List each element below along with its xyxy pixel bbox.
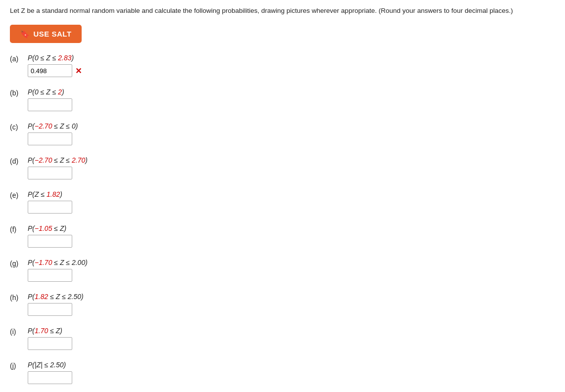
red-value-b: 2 xyxy=(58,88,62,96)
problem-content-h: P(1.82 ≤ Z ≤ 2.50) xyxy=(28,293,84,316)
problem-item-i: (i) P(1.70 ≤ Z) xyxy=(10,327,555,350)
answer-input-c[interactable] xyxy=(28,132,72,145)
problem-item-c: (c) P(−2.70 ≤ Z ≤ 0) xyxy=(10,122,555,145)
red-value-e: 1.82 xyxy=(47,190,60,198)
use-salt-button[interactable]: 🔖 USE SALT xyxy=(10,25,82,43)
red-value-f: −1.05 xyxy=(35,224,52,232)
problem-label-b: (b) xyxy=(10,88,24,97)
answer-input-e[interactable] xyxy=(28,201,72,214)
problem-expr-h: P(1.82 ≤ Z ≤ 2.50) xyxy=(28,293,84,301)
red-value-g: −1.70 xyxy=(35,259,52,266)
problem-item-a: (a) P(0 ≤ Z ≤ 2.83) ✕ xyxy=(10,54,555,77)
problem-item-b: (b) P(0 ≤ Z ≤ 2) xyxy=(10,88,555,111)
red-value-a: 2.83 xyxy=(58,54,71,62)
problem-expr-b: P(0 ≤ Z ≤ 2) xyxy=(28,88,72,96)
problem-item-e: (e) P(Z ≤ 1.82) xyxy=(10,190,555,214)
problem-label-f: (f) xyxy=(10,224,24,233)
problem-item-d: (d) P(−2.70 ≤ Z ≤ 2.70) xyxy=(10,156,555,179)
red-value-i: 1.70 xyxy=(35,327,48,335)
problem-label-c: (c) xyxy=(10,122,24,131)
problem-expr-d: P(−2.70 ≤ Z ≤ 2.70) xyxy=(28,156,88,164)
problem-content-g: P(−1.70 ≤ Z ≤ 2.00) xyxy=(28,259,88,282)
red-value-c: −2.70 xyxy=(35,122,52,130)
red-value-h: 1.82 xyxy=(35,293,48,301)
problem-item-h: (h) P(1.82 ≤ Z ≤ 2.50) xyxy=(10,293,555,316)
problem-expr-e: P(Z ≤ 1.82) xyxy=(28,190,72,198)
input-row-h xyxy=(28,303,84,316)
problem-label-i: (i) xyxy=(10,327,24,336)
problem-content-b: P(0 ≤ Z ≤ 2) xyxy=(28,88,72,111)
problem-content-c: P(−2.70 ≤ Z ≤ 0) xyxy=(28,122,78,145)
problem-list: (a) P(0 ≤ Z ≤ 2.83) ✕ (b) P(0 ≤ Z ≤ 2) (… xyxy=(10,54,555,384)
problem-label-e: (e) xyxy=(10,190,24,199)
answer-input-i[interactable] xyxy=(28,337,72,350)
problem-content-f: P(−1.05 ≤ Z) xyxy=(28,224,72,248)
answer-input-j[interactable] xyxy=(28,371,72,384)
problem-item-g: (g) P(−1.70 ≤ Z ≤ 2.00) xyxy=(10,259,555,282)
answer-input-f[interactable] xyxy=(28,235,72,248)
problem-expr-a: P(0 ≤ Z ≤ 2.83) xyxy=(28,54,82,62)
input-row-g xyxy=(28,269,88,282)
input-row-d xyxy=(28,167,88,179)
problem-label-g: (g) xyxy=(10,259,24,267)
problem-expr-f: P(−1.05 ≤ Z) xyxy=(28,224,72,232)
answer-input-h[interactable] xyxy=(28,303,72,316)
problem-expr-j: P(|Z| ≤ 2.50) xyxy=(28,361,72,369)
problem-label-j: (j) xyxy=(10,361,24,370)
input-row-j xyxy=(28,371,72,384)
salt-icon: 🔖 xyxy=(20,29,30,39)
input-row-a: ✕ xyxy=(28,64,82,77)
red-value-d1: −2.70 xyxy=(35,156,52,164)
problem-content-a: P(0 ≤ Z ≤ 2.83) ✕ xyxy=(28,54,82,77)
answer-input-g[interactable] xyxy=(28,269,72,282)
problem-content-j: P(|Z| ≤ 2.50) xyxy=(28,361,72,384)
problem-expr-g: P(−1.70 ≤ Z ≤ 2.00) xyxy=(28,259,88,266)
input-row-i xyxy=(28,337,72,350)
red-value-d2: 2.70 xyxy=(72,156,85,164)
problem-content-i: P(1.70 ≤ Z) xyxy=(28,327,72,350)
problem-expr-c: P(−2.70 ≤ Z ≤ 0) xyxy=(28,122,78,130)
problem-item-j: (j) P(|Z| ≤ 2.50) xyxy=(10,361,555,384)
problem-content-e: P(Z ≤ 1.82) xyxy=(28,190,72,214)
instructions-text: Let Z be a standard normal random variab… xyxy=(10,6,555,16)
use-salt-label: USE SALT xyxy=(34,30,72,38)
problem-label-h: (h) xyxy=(10,293,24,302)
error-icon-a[interactable]: ✕ xyxy=(75,66,82,76)
input-row-c xyxy=(28,132,78,145)
input-row-f xyxy=(28,235,72,248)
input-row-e xyxy=(28,201,72,214)
answer-input-a[interactable] xyxy=(28,64,72,77)
answer-input-b[interactable] xyxy=(28,98,72,111)
answer-input-d[interactable] xyxy=(28,167,72,179)
problem-label-d: (d) xyxy=(10,156,24,165)
problem-label-a: (a) xyxy=(10,54,24,63)
problem-expr-i: P(1.70 ≤ Z) xyxy=(28,327,72,335)
input-row-b xyxy=(28,98,72,111)
problem-item-f: (f) P(−1.05 ≤ Z) xyxy=(10,224,555,248)
problem-content-d: P(−2.70 ≤ Z ≤ 2.70) xyxy=(28,156,88,179)
